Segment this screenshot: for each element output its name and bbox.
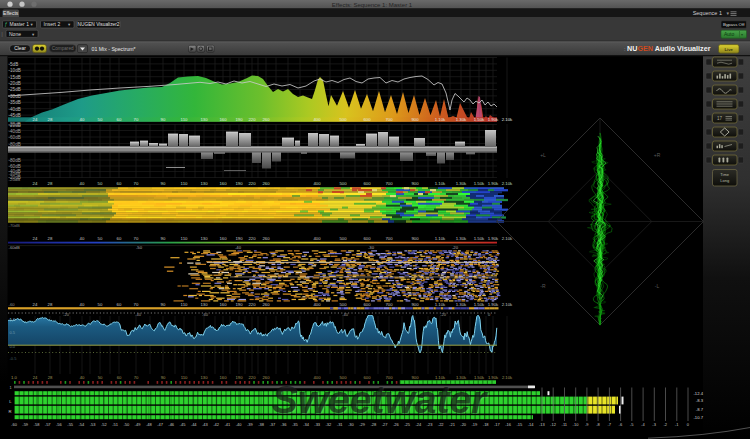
svg-text:900: 900 (411, 117, 419, 122)
svg-text:-8.3: -8.3 (696, 398, 704, 403)
svg-text:60: 60 (117, 375, 122, 380)
svg-text:40: 40 (80, 236, 85, 241)
svg-text:-30: -30 (348, 422, 355, 427)
svg-text:-60: -60 (9, 302, 16, 307)
svg-text:01 Mix - Spectrum*: 01 Mix - Spectrum* (92, 46, 136, 52)
svg-text:-39: -39 (247, 422, 254, 427)
svg-text:190: 190 (236, 375, 244, 380)
svg-text:90: 90 (161, 302, 166, 307)
svg-text:-12: -12 (550, 422, 557, 427)
svg-text:60: 60 (117, 117, 122, 122)
svg-text:-52: -52 (101, 422, 108, 427)
svg-text:50: 50 (98, 181, 103, 186)
svg-text:+R: +R (654, 152, 661, 158)
svg-text:-13: -13 (539, 422, 546, 427)
svg-text:130: 130 (200, 302, 208, 307)
svg-text:0.0: 0.0 (10, 344, 16, 349)
svg-text:-16: -16 (505, 422, 512, 427)
svg-text:600: 600 (363, 236, 371, 241)
svg-text:17: 17 (717, 116, 723, 121)
svg-text:-47: -47 (157, 422, 164, 427)
svg-text:500: 500 (339, 236, 347, 241)
svg-text:-35: -35 (292, 422, 299, 427)
svg-text:-45: -45 (180, 422, 187, 427)
svg-text:1.90k: 1.90k (488, 302, 499, 307)
svg-text:900: 900 (411, 181, 419, 186)
svg-text:-56: -56 (56, 422, 63, 427)
svg-text:90: 90 (161, 117, 166, 122)
svg-text:700: 700 (385, 236, 393, 241)
svg-text:1.50k: 1.50k (474, 236, 485, 241)
svg-text:-19: -19 (472, 422, 479, 427)
svg-text:-44: -44 (191, 422, 198, 427)
svg-text:220: 220 (248, 181, 256, 186)
svg-text:-5dB: -5dB (9, 62, 19, 67)
svg-text:-31: -31 (337, 422, 344, 427)
svg-text:1.10k: 1.10k (435, 236, 446, 241)
svg-text:600: 600 (363, 302, 371, 307)
svg-text:-20: -20 (460, 422, 467, 427)
svg-text:260: 260 (263, 375, 271, 380)
svg-text:NUGEN Audio Visualizer: NUGEN Audio Visualizer (627, 44, 711, 53)
svg-text:1.30k: 1.30k (456, 236, 467, 241)
svg-text:70: 70 (134, 236, 139, 241)
svg-text:-37: -37 (269, 422, 276, 427)
svg-text:500: 500 (339, 117, 347, 122)
svg-text:70: 70 (134, 375, 139, 380)
svg-text:-0.5: -0.5 (10, 356, 18, 361)
svg-text:Insert 2: Insert 2 (44, 21, 61, 27)
svg-text:Bypass Off: Bypass Off (723, 22, 745, 27)
svg-text:400: 400 (313, 236, 321, 241)
svg-text:190: 190 (235, 302, 243, 307)
svg-text:160: 160 (220, 375, 228, 380)
svg-text:-15: -15 (517, 422, 524, 427)
svg-text:190: 190 (235, 181, 243, 186)
svg-text:Effects: Effects (3, 10, 19, 16)
svg-text:-40dB: -40dB (9, 171, 21, 176)
svg-text:500: 500 (339, 302, 347, 307)
svg-text:700: 700 (385, 181, 393, 186)
svg-text:50: 50 (98, 375, 103, 380)
svg-text:160: 160 (219, 117, 227, 122)
svg-text:24: 24 (33, 375, 38, 380)
svg-text:1.30k: 1.30k (456, 181, 467, 186)
svg-text:110: 110 (181, 236, 188, 241)
svg-text:1: 1 (9, 386, 11, 390)
svg-text:-51: -51 (112, 422, 119, 427)
svg-text:-58: -58 (34, 422, 41, 427)
svg-text:400: 400 (313, 302, 321, 307)
svg-text:160: 160 (219, 302, 227, 307)
svg-text:60: 60 (117, 181, 122, 186)
svg-text:90: 90 (161, 375, 166, 380)
svg-text:-20: -20 (440, 312, 447, 317)
svg-text:-11: -11 (562, 422, 568, 427)
svg-text:28: 28 (48, 117, 53, 122)
svg-text:-57: -57 (45, 422, 52, 427)
svg-text:40: 40 (80, 117, 85, 122)
svg-text:0.5: 0.5 (10, 330, 16, 335)
svg-text:-40dB: -40dB (9, 107, 21, 112)
svg-text:1.10k: 1.10k (435, 302, 446, 307)
svg-text:-27: -27 (382, 422, 389, 427)
svg-text:▾: ▾ (741, 32, 743, 37)
svg-text:2.10k: 2.10k (502, 117, 513, 122)
svg-text:2.10k: 2.10k (502, 375, 513, 380)
svg-text:1.90k: 1.90k (488, 375, 499, 380)
svg-text:600: 600 (363, 117, 371, 122)
svg-text:60: 60 (117, 236, 122, 241)
svg-text:260: 260 (262, 117, 270, 122)
svg-text:-20dB: -20dB (9, 177, 21, 182)
svg-text:Time: Time (720, 172, 730, 177)
svg-text:500: 500 (339, 181, 347, 186)
svg-text:-41: -41 (225, 422, 232, 427)
svg-text:130: 130 (200, 117, 208, 122)
svg-text:110: 110 (181, 181, 188, 186)
svg-text:1.50k: 1.50k (474, 302, 485, 307)
svg-text:-59: -59 (22, 422, 29, 427)
svg-text:1.90k: 1.90k (488, 181, 499, 186)
svg-text:-50: -50 (123, 422, 130, 427)
svg-text:1.10k: 1.10k (435, 117, 446, 122)
svg-text:-24: -24 (415, 422, 422, 427)
svg-text:None: None (9, 31, 21, 37)
svg-text:-23: -23 (427, 422, 434, 427)
